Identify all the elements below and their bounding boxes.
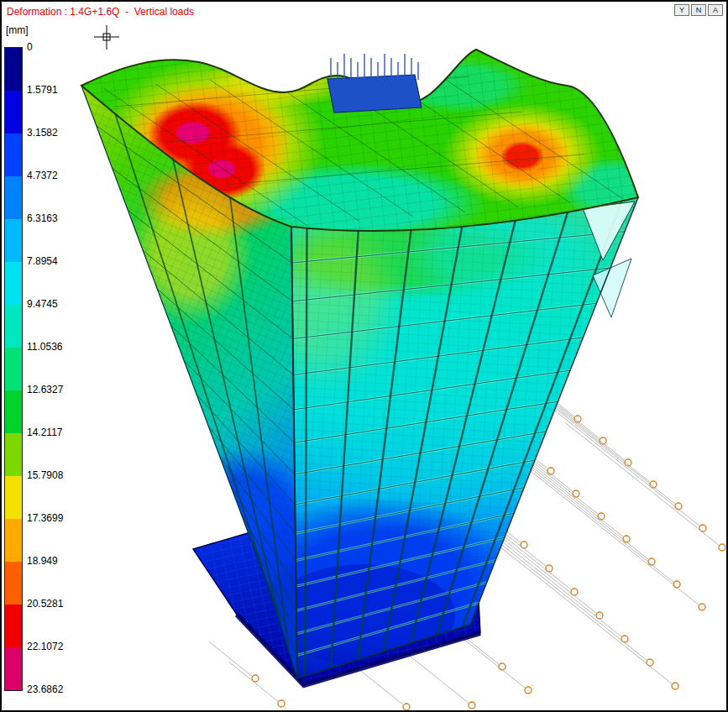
legend-value-label: 1.5791: [27, 84, 58, 96]
support-lead-line: [546, 403, 700, 526]
support-lead-line: [209, 642, 253, 677]
model-viewport[interactable]: [2, 2, 728, 712]
legend-color-block: [5, 48, 22, 91]
view-control-button-2[interactable]: N: [691, 4, 706, 16]
legend-value-label: 20.5281: [27, 598, 63, 610]
legend-value-label: 0: [27, 41, 33, 53]
legend-color-block: [5, 433, 22, 476]
view-control-button-1[interactable]: Y: [674, 4, 689, 16]
legend-value-label: 18.949: [27, 555, 58, 567]
legend-color-block: [5, 605, 22, 647]
legend-color-block: [5, 262, 22, 305]
support-marker[interactable]: [573, 490, 579, 497]
support-lead-line: [565, 422, 720, 546]
support-marker[interactable]: [469, 702, 475, 709]
support-marker[interactable]: [648, 558, 655, 565]
roof-opening[interactable]: [327, 54, 422, 113]
legend-color-block: [5, 562, 22, 605]
legend-value-label: 23.6862: [27, 683, 63, 695]
legend-color-block: [5, 390, 22, 433]
legend-value-label: 12.6327: [27, 384, 63, 395]
legend-value-label: 17.3699: [27, 512, 63, 524]
support-marker[interactable]: [598, 513, 605, 520]
support-marker[interactable]: [672, 683, 678, 689]
support-lead-line: [229, 662, 279, 702]
view-toolbar: Y N A: [674, 4, 723, 16]
legend-value-label: 9.4745: [27, 298, 58, 310]
support-marker[interactable]: [547, 468, 554, 474]
legend-color-block: [5, 476, 22, 519]
result-title: Deformation : 1.4G+1.6Q - Vertical loads: [7, 6, 194, 18]
legend-value-label: 6.3163: [27, 212, 58, 224]
legend-color-block: [5, 647, 22, 690]
legend-value-label: 15.7908: [27, 469, 63, 481]
legend-value-label: 4.7372: [27, 170, 58, 181]
legend-color-block: [5, 219, 22, 262]
legend-color-block: [5, 305, 22, 348]
legend-value-label: 7.8954: [27, 255, 58, 267]
legend-color-block: [5, 519, 22, 562]
legend-unit-label: [mm]: [6, 24, 29, 36]
support-marker[interactable]: [403, 704, 410, 710]
support-marker[interactable]: [623, 536, 630, 542]
legend-color-block: [5, 176, 22, 219]
legend-value-label: 22.1072: [27, 641, 63, 652]
support-marker[interactable]: [278, 700, 285, 707]
support-lead-line: [512, 456, 699, 605]
support-marker[interactable]: [699, 604, 705, 610]
support-marker[interactable]: [719, 544, 725, 551]
support-marker[interactable]: [499, 663, 505, 670]
view-control-button-3[interactable]: A: [708, 4, 723, 16]
application-window: Deformation : 1.4G+1.6Q - Vertical loads…: [0, 0, 728, 712]
legend-color-block: [5, 91, 22, 134]
core-wall-hatch: [331, 54, 418, 80]
crosshair-cursor: [92, 24, 123, 52]
legend-color-block: [5, 134, 22, 176]
legend-value-label: 14.2117: [27, 427, 63, 438]
legend-value-label: 11.0536: [27, 341, 63, 353]
legend-value-label: 3.1582: [27, 127, 58, 139]
support-marker[interactable]: [673, 581, 680, 588]
legend-color-block: [5, 348, 22, 390]
support-marker[interactable]: [525, 687, 532, 694]
legend-color-scale: [4, 47, 23, 691]
